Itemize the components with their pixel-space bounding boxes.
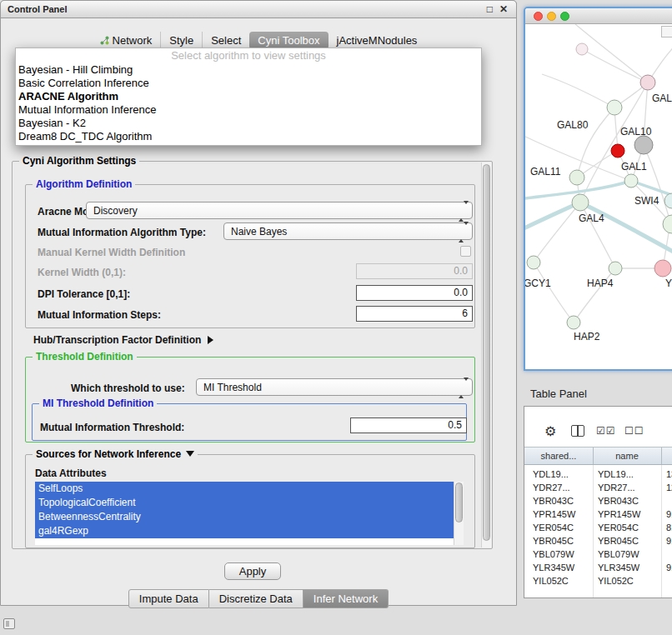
clear-checks-icon[interactable]: ☐☐: [624, 425, 644, 437]
tab-cyni-toolbox[interactable]: Cyni Toolbox: [249, 32, 328, 49]
node-label-gal11: GAL11: [530, 166, 560, 178]
attributes-scrollbar[interactable]: [454, 482, 464, 545]
tab-network[interactable]: Network: [92, 32, 161, 49]
aracne-mode-value: Discovery: [93, 205, 138, 217]
table-row[interactable]: YBR045C YBR045C 9.: [524, 535, 672, 548]
tab-select[interactable]: Select: [202, 32, 249, 49]
network-scrollbar-corner[interactable]: [661, 26, 672, 38]
kernel-width-label: Kernel Width (0,1):: [38, 267, 126, 278]
mi-steps-label: Mutual Information Steps:: [38, 309, 161, 321]
network-window-titlebar[interactable]: [525, 8, 672, 24]
network-node[interactable]: [576, 43, 588, 55]
close-traffic-icon[interactable]: [534, 12, 543, 21]
settings-scrollbar-thumb[interactable]: [483, 164, 490, 541]
mi-threshold-field[interactable]: 0.5: [350, 418, 467, 433]
cell-name: YBR043C: [598, 496, 639, 506]
table-row[interactable]: YPR145W YPR145W 9.: [524, 508, 672, 522]
settings-scrollbar[interactable]: [481, 162, 491, 548]
dropdown-item[interactable]: Dream8 DC_TDC Algorithm: [16, 130, 481, 143]
tab-discretize-data[interactable]: Discretize Data: [209, 589, 303, 608]
table-row[interactable]: YIL052C YIL052C: [524, 575, 672, 588]
dropdown-item[interactable]: Bayesian - Hill Climbing: [16, 63, 481, 77]
tab-impute-data[interactable]: Impute Data: [128, 589, 209, 608]
network-node[interactable]: [567, 316, 580, 329]
node-label-gal1: GAL1: [621, 161, 647, 172]
network-node[interactable]: [663, 215, 672, 233]
tab-style[interactable]: Style: [160, 32, 202, 49]
dpi-tolerance-label: DPI Tolerance [0,1]:: [38, 288, 130, 300]
apply-button[interactable]: Apply: [224, 562, 281, 580]
hub-section-toggle[interactable]: Hub/Transcription Factor Definition: [33, 334, 213, 346]
table-row[interactable]: YLR345W YLR345W 9.: [524, 562, 672, 575]
network-node[interactable]: [572, 194, 589, 211]
network-node[interactable]: [654, 260, 671, 277]
mi-algorithm-type-select[interactable]: Naive Bayes: [223, 222, 473, 240]
cell-shared-name: YPR145W: [533, 509, 575, 519]
network-node[interactable]: [624, 174, 638, 188]
cell-name: YBL079W: [598, 549, 639, 559]
network-node[interactable]: [609, 262, 622, 275]
network-node[interactable]: [607, 100, 622, 115]
network-node[interactable]: [640, 75, 655, 90]
cell-shared-name: YDR27...: [533, 482, 570, 492]
cell-name: YDR27...: [598, 482, 635, 492]
mi-steps-field[interactable]: 6: [356, 306, 473, 322]
table-row[interactable]: YBR043C YBR043C: [524, 495, 672, 508]
aracne-mode-select[interactable]: Discovery: [86, 202, 473, 219]
attribute-item[interactable]: BetweennessCentrality: [35, 510, 454, 524]
control-panel-titlebar[interactable]: Control Panel □ ✕: [0, 0, 517, 18]
which-threshold-select[interactable]: MI Threshold: [196, 378, 473, 396]
mi-algorithm-type-label: Mutual Information Algorithm Type:: [38, 227, 206, 238]
node-label-gal10: GAL10: [620, 126, 651, 138]
dpi-tolerance-field[interactable]: 0.0: [356, 285, 473, 301]
column-header-name[interactable]: name: [593, 451, 661, 461]
network-node[interactable]: [569, 170, 584, 185]
desktop: Control Panel □ ✕ Network Style Select C…: [0, 0, 672, 635]
network-node[interactable]: [634, 136, 653, 154]
dropdown-item[interactable]: Bayesian - K2: [16, 117, 481, 130]
attributes-scrollbar-thumb[interactable]: [455, 482, 463, 522]
dropdown-item-selected[interactable]: ARACNE Algorithm: [16, 90, 481, 103]
table-row[interactable]: YER054C YER054C 8.: [524, 522, 672, 535]
window-title: Control Panel: [8, 4, 68, 14]
attribute-item[interactable]: gal4RGexp: [35, 524, 454, 538]
network-canvas[interactable]: GAL80 GAL10 GAL11 GAL1 SWI4 GAL4 GCY1 HA…: [525, 24, 672, 369]
close-window-icon[interactable]: ✕: [499, 3, 508, 15]
data-attributes-label: Data Attributes: [35, 468, 107, 479]
sources-group-toggle[interactable]: Sources for Network Inference: [33, 448, 198, 460]
network-node-selected-red[interactable]: [611, 144, 624, 158]
network-node[interactable]: [527, 256, 540, 269]
table-row[interactable]: YDR27... YDR27... 12: [524, 482, 672, 495]
dropdown-item[interactable]: Mutual Information Inference: [16, 103, 481, 117]
column-header-shared[interactable]: shared...: [524, 451, 593, 461]
cell-shared-name: YER054C: [533, 522, 574, 532]
chevron-down-icon: [186, 451, 194, 457]
attribute-item[interactable]: TopologicalCoefficient: [35, 496, 454, 510]
mi-threshold-group-title: MI Threshold Definition: [39, 398, 157, 409]
cell-name: YBR045C: [598, 536, 639, 546]
dropdown-item[interactable]: Basic Correlation Inference: [16, 77, 481, 90]
float-window-icon[interactable]: □: [487, 3, 493, 15]
manual-kernel-label: Manual Kernel Width Definition: [38, 247, 185, 258]
table-header[interactable]: shared... name: [524, 447, 672, 465]
node-label-y-cut: Y: [665, 278, 672, 289]
columns-icon[interactable]: [571, 425, 584, 437]
column-separator[interactable]: [593, 448, 594, 464]
tab-jactivemnodules[interactable]: jActiveMNodules: [328, 32, 426, 49]
table-row[interactable]: YDL19... YDL19... 13: [524, 468, 672, 482]
zoom-traffic-icon[interactable]: [560, 12, 569, 21]
tab-infer-network[interactable]: Infer Network: [303, 589, 389, 608]
chevron-right-icon: [208, 336, 213, 344]
gear-icon[interactable]: ⚙: [544, 423, 556, 439]
dropdown-placeholder: Select algorithm to view settings: [16, 48, 481, 63]
table-panel-title: Table Panel: [530, 388, 587, 400]
table-row[interactable]: YBL079W YBL079W: [524, 548, 672, 562]
attribute-item[interactable]: SelfLoops: [35, 482, 454, 496]
select-all-checks-icon[interactable]: ☑☑: [596, 425, 616, 437]
kernel-width-field[interactable]: 0.0: [356, 263, 473, 279]
panel-toggle-icon[interactable]: [3, 618, 15, 629]
cell-name: YIL052C: [598, 576, 634, 586]
column-separator[interactable]: [661, 448, 662, 464]
minimize-traffic-icon[interactable]: [547, 12, 556, 21]
manual-kernel-checkbox[interactable]: [460, 246, 471, 257]
